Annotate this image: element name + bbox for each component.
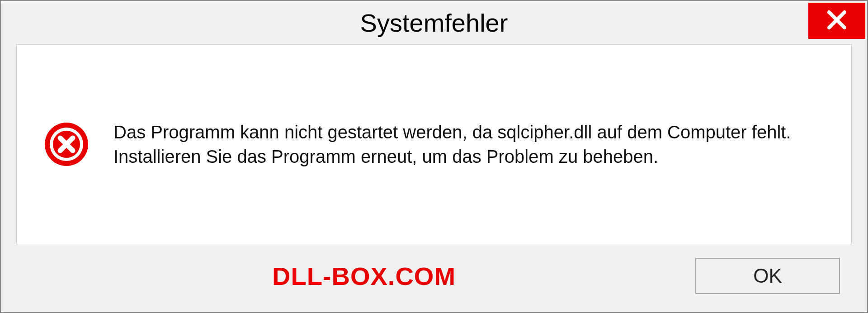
dialog-footer: DLL-BOX.COM OK [1,258,867,312]
error-dialog: Systemfehler Das Programm kann nicht ges… [0,0,868,313]
error-icon [44,122,89,167]
content-panel: Das Programm kann nicht gestartet werden… [16,44,852,244]
ok-button-label: OK [753,265,782,287]
dialog-title: Systemfehler [360,8,508,38]
watermark-text: DLL-BOX.COM [272,261,456,291]
close-button[interactable] [808,3,865,39]
error-message: Das Programm kann nicht gestartet werden… [113,120,824,169]
ok-button[interactable]: OK [695,258,840,294]
titlebar: Systemfehler [1,1,867,44]
close-icon [826,9,847,32]
